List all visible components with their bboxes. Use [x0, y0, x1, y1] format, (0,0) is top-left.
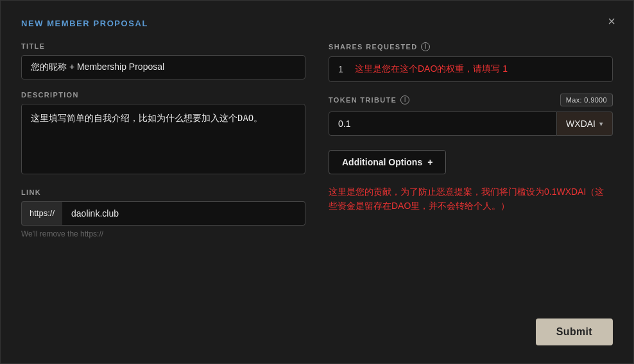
token-tribute-info-icon: i — [400, 95, 409, 104]
submit-button[interactable]: Submit — [536, 318, 613, 345]
max-badge: Max: 0.9000 — [560, 94, 613, 106]
token-tribute-field-group: TOKEN TRIBUTE i Max: 0.9000 WXDAI ▾ — [329, 94, 613, 136]
left-column: TITLE DESCRIPTION 这里填写简单的自我介绍，比如为什么想要加入这… — [21, 42, 305, 250]
right-column: SHARES REQUESTED i 1 这里是您在这个DAO的权重，请填写 1… — [329, 42, 613, 250]
chevron-down-icon: ▾ — [599, 120, 603, 128]
token-name: WXDAI — [566, 119, 595, 129]
token-tribute-label: TOKEN TRIBUTE i — [329, 95, 409, 104]
submit-row: Submit — [536, 318, 613, 345]
modal-title: NEW MEMBER PROPOSAL — [21, 19, 613, 28]
form-layout: TITLE DESCRIPTION 这里填写简单的自我介绍，比如为什么想要加入这… — [21, 42, 613, 250]
close-button[interactable]: × — [608, 15, 615, 28]
shares-field-group: SHARES REQUESTED i 1 这里是您在这个DAO的权重，请填写 1 — [329, 42, 613, 82]
tribute-note: 这里是您的贡献，为了防止恶意提案，我们将门槛设为0.1WXDAI（这些资金是留存… — [329, 185, 613, 213]
link-prefix: https:// — [21, 201, 62, 226]
description-input[interactable]: 这里填写简单的自我介绍，比如为什么想要加入这个DAO。 — [21, 104, 305, 174]
link-field-row: https:// — [21, 201, 305, 226]
plus-icon: + — [427, 157, 433, 167]
shares-number: 1 — [338, 64, 348, 74]
link-input[interactable] — [62, 201, 305, 226]
link-hint: We'll remove the https:// — [21, 229, 305, 238]
link-field-group: LINK https:// We'll remove the https:// — [21, 188, 305, 238]
title-label: TITLE — [21, 42, 305, 50]
shares-label: SHARES REQUESTED i — [329, 42, 613, 51]
shares-input-row[interactable]: 1 这里是您在这个DAO的权重，请填写 1 — [329, 56, 613, 82]
description-label: DESCRIPTION — [21, 91, 305, 99]
modal: NEW MEMBER PROPOSAL × TITLE DESCRIPTION … — [0, 0, 634, 364]
title-input[interactable] — [21, 55, 305, 79]
token-tribute-header: TOKEN TRIBUTE i Max: 0.9000 — [329, 94, 613, 106]
additional-options-button[interactable]: Additional Options + — [329, 150, 446, 174]
token-input-row: WXDAI ▾ — [329, 112, 613, 136]
additional-options-label: Additional Options — [342, 157, 422, 167]
modal-overlay: NEW MEMBER PROPOSAL × TITLE DESCRIPTION … — [0, 0, 634, 364]
token-selector[interactable]: WXDAI ▾ — [557, 112, 613, 136]
link-label: LINK — [21, 188, 305, 196]
description-field-group: DESCRIPTION 这里填写简单的自我介绍，比如为什么想要加入这个DAO。 — [21, 91, 305, 177]
token-amount-input[interactable] — [329, 112, 557, 136]
shares-info-icon: i — [421, 42, 430, 51]
title-field-group: TITLE — [21, 42, 305, 79]
shares-hint: 这里是您在这个DAO的权重，请填写 1 — [355, 63, 603, 75]
